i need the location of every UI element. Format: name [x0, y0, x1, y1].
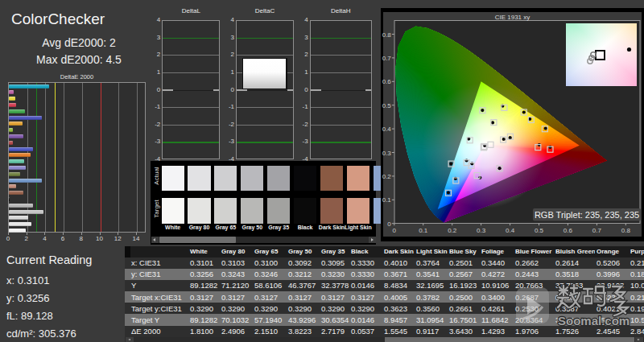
svg-text:0.2: 0.2 — [382, 173, 392, 180]
svg-text:Soomal.com: Soomal.com — [558, 314, 630, 328]
svg-text:CIE 1931 xy: CIE 1931 xy — [495, 14, 530, 21]
svg-text:0: 0 — [387, 220, 391, 228]
svg-text:0.7: 0.7 — [382, 55, 392, 62]
svg-text:0.5: 0.5 — [535, 227, 544, 234]
svg-text:RGB Triplet: 235, 235, 235: RGB Triplet: 235, 235, 235 — [535, 210, 639, 220]
svg-text:0.8: 0.8 — [621, 227, 631, 234]
svg-text:0: 0 — [393, 227, 397, 234]
svg-text:0.3: 0.3 — [382, 150, 392, 157]
svg-text:0.1: 0.1 — [382, 196, 392, 204]
svg-text:0.6: 0.6 — [564, 227, 573, 234]
svg-text:0.2: 0.2 — [448, 227, 457, 234]
svg-text:0.3: 0.3 — [477, 227, 486, 234]
svg-text:0.8: 0.8 — [382, 31, 392, 39]
svg-text:0.4: 0.4 — [382, 126, 392, 133]
svg-text:0.4: 0.4 — [506, 227, 515, 234]
svg-text:0.5: 0.5 — [382, 102, 392, 109]
svg-text:0.7: 0.7 — [592, 227, 602, 234]
svg-text:0.1: 0.1 — [419, 227, 428, 234]
svg-text:0.6: 0.6 — [382, 78, 392, 85]
